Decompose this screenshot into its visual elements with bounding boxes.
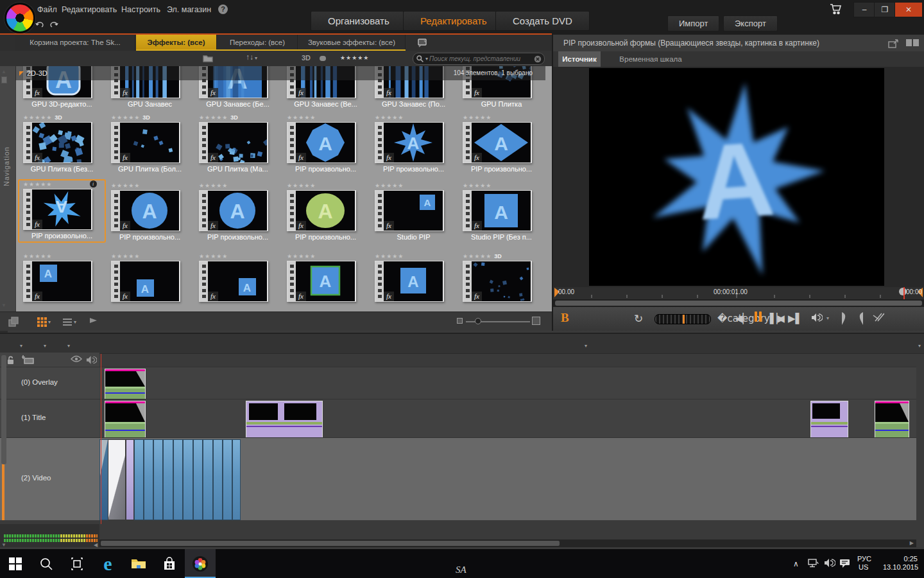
- language-indicator[interactable]: РУСUS: [857, 555, 871, 572]
- effect-rating-stars[interactable]: ★★★★★: [282, 182, 370, 190]
- rating-filter-stars[interactable]: ★★★★★: [340, 55, 369, 61]
- list-view-icon[interactable]: [62, 318, 73, 326]
- effect-item[interactable]: ★★★★★ Afx: [194, 252, 282, 302]
- audio-all-icon[interactable]: [86, 355, 97, 365]
- menu-edit[interactable]: Редактировать: [62, 4, 117, 15]
- network-icon[interactable]: [807, 558, 819, 568]
- vscroll-down-icon[interactable]: ▼: [1, 542, 6, 548]
- tab-sound-effects[interactable]: Звуковые эффекты: (все): [298, 35, 406, 51]
- timeline-hscrollbar[interactable]: ▶: [99, 539, 916, 547]
- tab-timeline[interactable]: Временная шкала: [602, 51, 699, 67]
- effect-thumbnail[interactable]: Afx: [199, 261, 268, 302]
- clip-slice[interactable]: [193, 439, 203, 520]
- stack-icon[interactable]: [8, 316, 21, 328]
- clip-slice[interactable]: [203, 439, 213, 520]
- scroll-up-icon[interactable]: ▲: [1, 69, 6, 74]
- effect-thumbnail[interactable]: Afx: [375, 190, 444, 231]
- export-button[interactable]: Экспорт: [723, 15, 778, 31]
- scroll-left-icon[interactable]: ◀: [94, 542, 98, 548]
- timeline-playhead[interactable]: [101, 354, 101, 538]
- effect-thumbnail[interactable]: Afx: [287, 190, 356, 231]
- effect-item[interactable]: ★★★★★ Afx Studio PIP: [370, 182, 458, 243]
- effect-rating-stars[interactable]: ★★★★★i: [18, 180, 106, 189]
- effect-item[interactable]: ★★★★★i Afx PIP произвольно...: [18, 179, 106, 243]
- effect-thumbnail[interactable]: Afx: [199, 190, 268, 231]
- effect-item[interactable]: ★★★★★ Afx PIP произвольно...: [282, 114, 370, 175]
- effect-rating-stars[interactable]: ★★★★★: [370, 182, 458, 190]
- frame-back-icon[interactable]: ◀▏: [735, 311, 750, 326]
- effect-rating-stars[interactable]: ★★★★★3D: [106, 114, 194, 122]
- redo-icon[interactable]: [49, 19, 60, 30]
- effect-rating-stars[interactable]: ★★★★★: [370, 252, 458, 261]
- clip-av[interactable]: [105, 369, 146, 399]
- help-icon[interactable]: ?: [218, 4, 228, 14]
- track-header[interactable]: (1) Title: [0, 399, 99, 438]
- effect-thumbnail[interactable]: Afx: [23, 261, 92, 302]
- effect-thumbnail[interactable]: Afx: [463, 122, 532, 163]
- effect-rating-stars[interactable]: ★★★★★: [106, 252, 194, 261]
- effect-rating-stars[interactable]: ★★★★★: [370, 114, 458, 122]
- effect-thumbnail[interactable]: fx: [463, 261, 532, 302]
- effect-thumbnail[interactable]: Afx: [287, 261, 356, 302]
- clip-av[interactable]: [105, 401, 146, 438]
- mode-organize-button[interactable]: Организовать: [311, 11, 407, 31]
- track-content-0[interactable]: [99, 367, 916, 399]
- track-content-2[interactable]: [99, 437, 916, 520]
- start-button[interactable]: [0, 549, 31, 578]
- navigation-strip[interactable]: Navigation: [0, 66, 16, 311]
- clip-slice[interactable]: [134, 439, 144, 520]
- tab-source[interactable]: Источник: [558, 51, 601, 67]
- effect-rating-stars[interactable]: ★★★★★: [194, 252, 282, 261]
- effect-rating-stars[interactable]: ★★★★★: [458, 182, 545, 190]
- clip-av2[interactable]: [875, 401, 909, 438]
- effect-item[interactable]: ★★★★★ Afx PIP произвольно...: [106, 182, 194, 243]
- pin-tab-icon[interactable]: [417, 37, 427, 48]
- frame-fwd-icon[interactable]: ▕▶: [770, 311, 785, 326]
- track-header[interactable]: (0) Overlay: [0, 367, 99, 399]
- effect-rating-stars[interactable]: ★★★★★3D: [194, 114, 282, 122]
- effect-rating-stars[interactable]: ★★★★★: [194, 182, 282, 190]
- effect-item[interactable]: ★★★★★ Afx: [370, 252, 458, 302]
- store-button[interactable]: [154, 549, 185, 578]
- clip-slice[interactable]: [183, 439, 193, 520]
- sort-icon[interactable]: ↑↓▾: [246, 53, 257, 62]
- scroll-right-icon[interactable]: ▶: [910, 540, 914, 546]
- effect-item[interactable]: ★★★★★3D fx GPU Плитка (Ма...: [194, 114, 282, 175]
- timeline-hscroll-thumb[interactable]: [101, 541, 560, 546]
- effect-item[interactable]: ★★★★★ Afx: [282, 252, 370, 302]
- tab-project-bin[interactable]: Корзина проекта: The Sk...: [15, 35, 135, 51]
- effect-thumbnail[interactable]: Afx: [287, 122, 356, 163]
- undock-icon[interactable]: [888, 39, 898, 49]
- track-content-1[interactable]: [99, 399, 916, 438]
- loop-icon[interactable]: ↻: [634, 311, 643, 326]
- effect-rating-stars[interactable]: ★★★★★: [282, 114, 370, 122]
- effect-item[interactable]: ★★★★★ Afx: [106, 252, 194, 302]
- undo-icon[interactable]: [34, 19, 44, 30]
- search-input[interactable]: [428, 55, 534, 63]
- go-end-icon[interactable]: ▶▌: [788, 311, 803, 326]
- effect-item[interactable]: ★★★★★ Afx Studio PIP (Без п...: [458, 182, 545, 243]
- effect-thumbnail[interactable]: fx: [111, 122, 180, 163]
- clip-slice[interactable]: [232, 439, 241, 520]
- lock-all-icon[interactable]: [6, 355, 15, 365]
- preview-hscroll-thumb[interactable]: [555, 301, 922, 306]
- pause-button[interactable]: [753, 311, 762, 324]
- timeline-ruler[interactable]: [99, 524, 916, 538]
- effect-thumbnail[interactable]: Afx: [111, 190, 180, 231]
- notification-icon[interactable]: [839, 558, 851, 568]
- effect-item[interactable]: ★★★★★ Afx PIP произвольно...: [282, 182, 370, 243]
- effect-rating-stars[interactable]: ★★★★★: [282, 252, 370, 261]
- menu-setup[interactable]: Настроить: [121, 4, 160, 15]
- tray-chevron-icon[interactable]: ∧: [793, 559, 799, 568]
- effect-rating-stars[interactable]: ★★★★★: [106, 182, 194, 190]
- tray-volume-icon[interactable]: [824, 558, 835, 568]
- edge-button[interactable]: e: [92, 549, 123, 578]
- effect-item[interactable]: ★★★★★ Afx PIP произвольно...: [194, 182, 282, 243]
- dual-preview-icon[interactable]: [906, 39, 919, 47]
- effect-rating-stars[interactable]: ★★★★★3D: [458, 252, 545, 261]
- menu-file[interactable]: Файл: [37, 4, 57, 15]
- close-button[interactable]: ✕: [894, 2, 923, 17]
- clip-lav[interactable]: [126, 439, 134, 520]
- thumbnail-zoom-slider[interactable]: [457, 320, 540, 324]
- menu-store[interactable]: Эл. магазин: [167, 4, 211, 15]
